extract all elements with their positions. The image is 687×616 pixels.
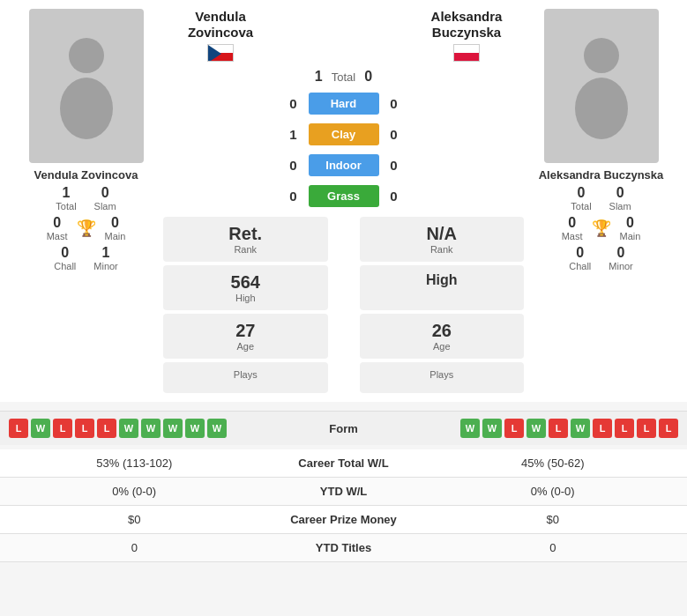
hard-left-score: 0	[286, 96, 302, 111]
clay-label: Clay	[309, 123, 379, 145]
right-main-val: 0	[626, 215, 634, 231]
left-total-item: 1 Total	[56, 185, 76, 212]
left-high-lbl: High	[170, 293, 321, 303]
total-right-score: 0	[364, 69, 372, 85]
stats-center-label: YTD Titles	[256, 541, 432, 554]
left-high-box: 564 High	[163, 265, 328, 310]
left-minor-item: 1 Minor	[93, 245, 118, 271]
grass-left-score: 0	[286, 189, 302, 204]
form-badge: L	[659, 419, 678, 438]
stats-left-val: $0	[13, 513, 256, 526]
stats-left-val: 0% (0-0)	[13, 485, 256, 498]
left-name-block: VendulaZovincova	[163, 9, 278, 65]
stats-center-label: Career Prize Money	[256, 513, 432, 526]
left-player-avatar	[29, 9, 144, 163]
right-player-avatar	[544, 9, 659, 163]
panel-spacer4	[335, 362, 353, 393]
surface-clay: 1 Clay 0	[286, 123, 402, 145]
left-main-val: 0	[111, 215, 119, 231]
left-main-lbl: Main	[105, 231, 126, 241]
right-player-section: Aleksandra Buczynska 0 Total 0 Slam 0 M	[524, 9, 678, 393]
left-total-val: 1	[63, 185, 71, 201]
right-age-lbl: Age	[367, 341, 518, 352]
page-container: Vendula Zovincova 1 Total 0 Slam 0 Mast	[0, 0, 687, 562]
right-slam-val: 0	[616, 185, 624, 201]
form-badge: L	[75, 419, 94, 438]
right-age-val: 26	[367, 321, 518, 341]
panel-spacer3	[335, 314, 353, 359]
form-badge: L	[9, 419, 28, 438]
left-player-section: Vendula Zovincova 1 Total 0 Slam 0 Mast	[9, 9, 163, 393]
indoor-left-score: 0	[286, 158, 302, 173]
left-player-heading: VendulaZovincova	[163, 9, 278, 41]
right-rank-val: N/A	[367, 224, 518, 244]
right-mast-item: 0 Mast	[562, 215, 583, 241]
right-form-badges: WWLWLWLLLL	[379, 419, 679, 438]
left-stat-row-3: 0 Chall 1 Minor	[9, 245, 163, 271]
hard-label: Hard	[309, 93, 379, 115]
form-badge: L	[549, 419, 568, 438]
right-chall-val: 0	[576, 245, 584, 261]
left-chall-lbl: Chall	[54, 261, 76, 271]
right-plays-box: Plays	[360, 362, 525, 393]
left-age-lbl: Age	[170, 341, 321, 352]
left-main-item: 0 Main	[105, 215, 126, 241]
right-age-box: 26 Age	[360, 314, 525, 359]
form-section: LWLLLWWWWW Form WWLWLWLLLL	[0, 411, 687, 445]
right-player-stats: 0 Total 0 Slam 0 Mast 🏆 0	[524, 185, 678, 271]
total-row: 1 Total 0	[315, 69, 372, 85]
left-age-box: 27 Age	[163, 314, 328, 359]
panel-spacer2	[335, 265, 353, 310]
left-slam-item: 0 Slam	[94, 185, 116, 212]
form-badge: L	[97, 419, 116, 438]
grass-label: Grass	[309, 185, 379, 207]
stats-row: 0% (0-0) YTD W/L 0% (0-0)	[0, 478, 687, 506]
surface-grass: 0 Grass 0	[286, 185, 402, 207]
form-badge: W	[460, 419, 480, 438]
stats-right-val: $0	[432, 513, 675, 526]
stats-center-label: YTD W/L	[256, 485, 432, 498]
names-flags-row: VendulaZovincova AleksandraBuczynska	[163, 9, 524, 65]
panel-spacer	[335, 217, 353, 262]
left-trophy-icon: 🏆	[77, 219, 96, 238]
right-rank-lbl: Rank	[367, 244, 518, 255]
right-minor-val: 0	[617, 245, 625, 261]
right-total-item: 0 Total	[571, 185, 591, 212]
svg-point-3	[575, 78, 628, 139]
stats-table: 53% (113-102) Career Total W/L 45% (50-6…	[0, 449, 687, 562]
left-stat-row-1: 1 Total 0 Slam	[9, 185, 163, 212]
grass-right-score: 0	[386, 189, 402, 204]
right-main-item: 0 Main	[620, 215, 641, 241]
form-badge: L	[593, 419, 612, 438]
two-panels-row: Ret. Rank N/A Rank	[163, 217, 524, 262]
form-badge: L	[53, 419, 72, 438]
left-rank-lbl: Rank	[170, 244, 321, 255]
right-minor-item: 0 Minor	[609, 245, 633, 271]
form-badge: W	[185, 419, 205, 438]
left-plays-box: Plays	[163, 362, 328, 393]
clay-right-score: 0	[386, 127, 402, 142]
plays-panels-row: Plays Plays	[163, 362, 524, 393]
left-player-stats: 1 Total 0 Slam 0 Mast 🏆 0	[9, 185, 163, 271]
stats-right-val: 45% (50-62)	[432, 456, 675, 470]
total-label: Total	[332, 71, 355, 84]
high-panels-row: 564 High High	[163, 265, 524, 310]
form-badge: W	[163, 419, 183, 438]
left-flag	[163, 44, 278, 65]
right-slam-item: 0 Slam	[609, 185, 631, 212]
right-flag	[409, 44, 524, 65]
surface-hard: 0 Hard 0	[286, 93, 402, 115]
right-main-lbl: Main	[620, 231, 641, 241]
left-high-val: 564	[170, 272, 321, 293]
left-mast-val: 0	[53, 215, 61, 231]
right-trophy-row: 0 Mast 🏆 0 Main	[524, 215, 678, 241]
svg-point-1	[60, 78, 113, 139]
right-trophy-icon: 🏆	[592, 219, 611, 238]
left-rank-box: Ret. Rank	[163, 217, 328, 262]
stats-right-val: 0% (0-0)	[432, 485, 675, 498]
right-player-heading: AleksandraBuczynska	[409, 9, 524, 41]
form-badge: W	[119, 419, 138, 438]
right-stat-row-1: 0 Total 0 Slam	[524, 185, 678, 212]
right-chall-item: 0 Chall	[569, 245, 591, 271]
left-trophy-row: 0 Mast 🏆 0 Main	[9, 215, 163, 241]
